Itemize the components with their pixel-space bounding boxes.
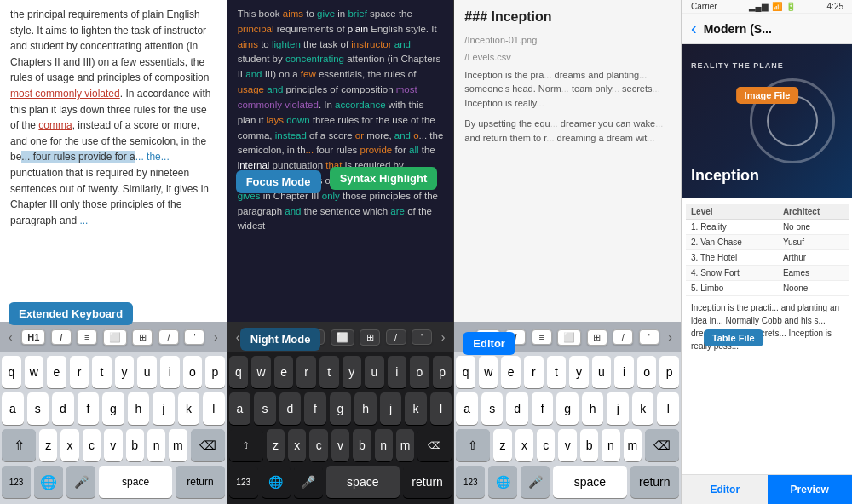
p2-key-t[interactable]: t <box>320 356 339 388</box>
p2-key-k[interactable]: k <box>405 392 427 425</box>
p2-key-del[interactable]: ⌫ <box>417 429 452 461</box>
panel3-chat-btn[interactable]: ⬜ <box>557 329 581 346</box>
p2-key-d[interactable]: d <box>279 392 302 425</box>
toolbar-grid-btn[interactable]: ⊞ <box>132 329 153 346</box>
p3-key-s[interactable]: s <box>481 392 504 425</box>
key-q[interactable]: q <box>2 356 21 388</box>
toolbar-chat-btn[interactable]: ⬜ <box>103 329 127 346</box>
p2-key-emoji[interactable]: 🌐 <box>262 466 291 498</box>
p2-key-num[interactable]: 123 <box>229 466 258 498</box>
panel3-list-btn[interactable]: ≡ <box>532 329 552 345</box>
key-m[interactable]: m <box>169 429 187 461</box>
p3-key-c[interactable]: c <box>537 429 555 461</box>
p2-key-l[interactable]: l <box>430 392 452 425</box>
p2-key-mic[interactable]: 🎤 <box>294 466 323 498</box>
panel2-grid-btn[interactable]: ⊞ <box>360 329 380 346</box>
p2-key-q[interactable]: q <box>229 356 249 388</box>
p2-key-m[interactable]: m <box>396 429 414 461</box>
p2-key-h[interactable]: h <box>354 392 377 425</box>
p2-key-c[interactable]: c <box>309 429 327 461</box>
p3-key-return[interactable]: return <box>630 466 679 498</box>
key-y[interactable]: y <box>115 356 135 388</box>
p3-key-e[interactable]: e <box>501 356 521 388</box>
key-s[interactable]: s <box>27 392 49 425</box>
p3-key-k[interactable]: k <box>632 392 654 425</box>
key-n[interactable]: n <box>147 429 165 461</box>
toolbar-right-arrow[interactable]: › <box>210 329 222 346</box>
p3-key-f[interactable]: f <box>532 392 554 425</box>
toolbar-comma-btn[interactable]: ' <box>184 329 204 345</box>
panel3-slash-btn[interactable]: / <box>613 329 633 345</box>
p3-key-y[interactable]: y <box>569 356 589 388</box>
p2-key-z[interactable]: z <box>267 429 285 461</box>
key-o[interactable]: o <box>183 356 203 388</box>
key-shift[interactable]: ⇧ <box>2 429 36 461</box>
p2-key-shift[interactable]: ⇧ <box>229 429 263 461</box>
p3-key-r[interactable]: r <box>524 356 544 388</box>
p3-key-v[interactable]: v <box>558 429 576 461</box>
key-i[interactable]: i <box>160 356 180 388</box>
p3-key-num[interactable]: 123 <box>456 466 485 498</box>
panel2-quote-btn[interactable]: ' <box>412 329 432 345</box>
panel2-toolbar-right[interactable]: › <box>438 329 449 346</box>
key-d[interactable]: d <box>52 392 74 425</box>
p3-key-j[interactable]: j <box>607 392 629 425</box>
p2-key-y[interactable]: y <box>343 356 362 388</box>
p2-key-p[interactable]: p <box>433 356 452 388</box>
p2-key-s[interactable]: s <box>254 392 276 425</box>
p2-key-e[interactable]: e <box>274 356 294 388</box>
p2-key-f[interactable]: f <box>304 392 326 425</box>
p2-key-b[interactable]: b <box>353 429 371 461</box>
key-a[interactable]: a <box>2 392 24 425</box>
p2-key-u[interactable]: u <box>365 356 384 388</box>
key-j[interactable]: j <box>153 392 175 425</box>
toolbar-left-arrow[interactable]: ‹ <box>5 329 16 346</box>
panel3-grid-btn[interactable]: ⊞ <box>587 329 607 346</box>
toolbar-list-btn[interactable]: ≡ <box>77 329 97 345</box>
key-r[interactable]: r <box>70 356 89 388</box>
preview-bottom-btn[interactable]: Preview <box>768 475 852 504</box>
key-b[interactable]: b <box>126 429 144 461</box>
p3-key-i[interactable]: i <box>614 356 634 388</box>
p2-key-i[interactable]: i <box>388 356 407 388</box>
editor-bottom-btn[interactable]: Editor <box>682 475 768 504</box>
p3-key-del[interactable]: ⌫ <box>645 429 679 461</box>
p3-key-z[interactable]: z <box>493 429 511 461</box>
key-k[interactable]: k <box>178 392 200 425</box>
p2-key-r[interactable]: r <box>296 356 316 388</box>
p3-key-a[interactable]: a <box>456 392 478 425</box>
panel2-chat-btn[interactable]: ⬜ <box>331 329 354 346</box>
panel3-toolbar-right[interactable]: › <box>665 329 676 346</box>
p3-key-w[interactable]: w <box>479 356 498 388</box>
p2-key-o[interactable]: o <box>410 356 429 388</box>
panel3-quote-btn[interactable]: ' <box>639 329 659 345</box>
p2-key-x[interactable]: x <box>288 429 306 461</box>
p3-key-l[interactable]: l <box>657 392 679 425</box>
p3-key-emoji[interactable]: 🌐 <box>488 466 517 498</box>
key-f[interactable]: f <box>78 392 100 425</box>
panel2-slash-btn[interactable]: / <box>386 329 406 345</box>
p2-key-a[interactable]: a <box>229 392 251 425</box>
key-mic[interactable]: 🎤 <box>66 466 95 498</box>
key-x[interactable]: x <box>60 429 78 461</box>
key-delete[interactable]: ⌫ <box>191 429 225 461</box>
p3-key-n[interactable]: n <box>602 429 619 461</box>
key-z[interactable]: z <box>39 429 57 461</box>
key-p[interactable]: p <box>205 356 225 388</box>
p3-key-t[interactable]: t <box>547 356 567 388</box>
p3-key-u[interactable]: u <box>592 356 612 388</box>
p2-key-space[interactable]: space <box>326 466 400 498</box>
key-v[interactable]: v <box>104 429 122 461</box>
key-l[interactable]: l <box>203 392 225 425</box>
p3-key-space[interactable]: space <box>553 466 626 498</box>
p3-key-p[interactable]: p <box>659 356 679 388</box>
back-button[interactable]: ‹ <box>691 19 697 38</box>
toolbar-slash-btn[interactable]: / <box>158 329 179 345</box>
p2-key-j[interactable]: j <box>380 392 402 425</box>
key-space[interactable]: space <box>99 466 172 498</box>
p3-key-o[interactable]: o <box>637 356 657 388</box>
p2-key-n[interactable]: n <box>375 429 393 461</box>
key-g[interactable]: g <box>102 392 124 425</box>
p3-key-d[interactable]: d <box>506 392 528 425</box>
toolbar-h1-btn[interactable]: H1 <box>21 329 45 345</box>
